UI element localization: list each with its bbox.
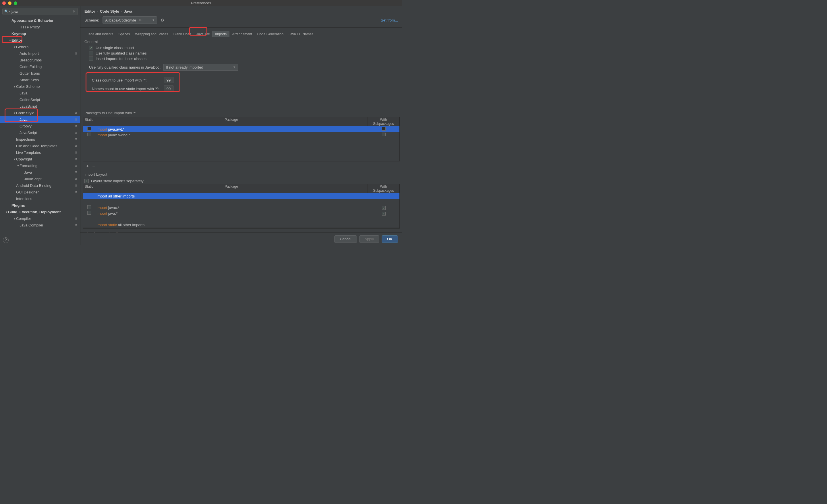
sidebar-item[interactable]: Editor <box>0 37 80 44</box>
ok-button[interactable]: OK <box>382 235 398 243</box>
sidebar-item[interactable]: Compiler⧉ <box>0 215 80 222</box>
tab[interactable]: Java EE Names <box>286 31 316 37</box>
tab[interactable]: Tabs and Indents <box>85 31 116 37</box>
tab[interactable]: JavaDoc <box>194 31 212 37</box>
titlebar: Preferences <box>0 0 402 6</box>
sidebar-item[interactable]: Java Compiler⧉ <box>0 222 80 229</box>
sidebar-item[interactable]: Gutter Icons <box>0 70 80 77</box>
sidebar-item[interactable]: Java⧉ <box>0 169 80 175</box>
table-row[interactable]: import static all other imports <box>83 222 399 228</box>
sidebar-item[interactable]: JavaScript⧉ <box>0 130 80 136</box>
checkbox-layout-static[interactable] <box>85 179 89 183</box>
checkbox-inner-classes[interactable] <box>89 57 93 61</box>
class-count-label: Class count to use import with '*': <box>92 78 164 82</box>
checkbox[interactable] <box>382 206 386 210</box>
move-up-icon[interactable]: ▲ <box>107 231 111 233</box>
table-row[interactable]: import all other imports <box>83 193 399 199</box>
sidebar-item[interactable]: Color Scheme <box>0 83 80 90</box>
checkbox[interactable] <box>382 212 386 215</box>
checkbox[interactable] <box>87 133 91 136</box>
static-count-label: Names count to use static import with '*… <box>92 87 164 91</box>
table-row[interactable]: import javax.swing.* <box>83 132 399 138</box>
checkbox[interactable] <box>382 127 386 131</box>
static-count-input[interactable] <box>164 86 174 92</box>
sidebar-item[interactable]: Code Style⧉ <box>0 110 80 116</box>
checkbox[interactable] <box>382 133 386 136</box>
table-row[interactable]: import java.* <box>83 210 399 216</box>
help-button[interactable]: ? <box>3 237 9 243</box>
packages-toolbar: + − <box>83 162 400 170</box>
sidebar-item[interactable]: Inspections⧉ <box>0 136 80 143</box>
sidebar-item[interactable]: Live Templates⧉ <box>0 149 80 156</box>
table-row[interactable]: import javax.* <box>83 205 399 210</box>
sidebar-item[interactable]: Auto Import⧉ <box>0 50 80 57</box>
copy-icon: ⧉ <box>75 131 77 135</box>
copy-icon: ⧉ <box>75 164 77 168</box>
chevron-down-icon: ▾ <box>9 10 10 13</box>
scheme-select[interactable]: Alibaba-CodeStyle IDE ▼ <box>102 16 157 24</box>
sidebar-item[interactable]: Java⧉ <box>0 116 80 123</box>
move-down-icon[interactable]: ▼ <box>115 231 119 233</box>
class-count-input[interactable] <box>164 77 174 83</box>
sidebar-item[interactable]: Groovy⧉ <box>0 123 80 130</box>
clear-icon[interactable]: ✕ <box>72 9 76 14</box>
add-icon[interactable]: + <box>86 164 89 169</box>
copy-icon: ⧉ <box>75 138 77 141</box>
set-from-link[interactable]: Set from... <box>381 18 398 22</box>
checkbox[interactable] <box>87 205 91 209</box>
sidebar-item[interactable]: Smart Keys <box>0 77 80 83</box>
sidebar-item[interactable]: Plugins <box>0 202 80 209</box>
tab[interactable]: Imports <box>212 31 230 37</box>
remove-icon[interactable]: − <box>101 231 103 233</box>
sidebar-item[interactable]: JavaScript <box>0 103 80 110</box>
tab[interactable]: Code Generation <box>255 31 286 37</box>
section-general: General <box>81 37 402 45</box>
sidebar-item[interactable]: GUI Designer⧉ <box>0 189 80 195</box>
sidebar-item[interactable]: Copyright⧉ <box>0 156 80 162</box>
table-row[interactable] <box>83 199 399 205</box>
checkbox-single-class[interactable] <box>89 46 93 50</box>
search-input[interactable] <box>11 9 72 14</box>
apply-button[interactable]: Apply <box>359 235 380 243</box>
sidebar-item[interactable]: Intentions <box>0 195 80 202</box>
layout-toolbar: +■ +ы − ▲ ▼ <box>83 229 400 233</box>
sidebar-item[interactable]: Appearance & Behavior <box>0 17 80 24</box>
copy-icon: ⧉ <box>75 223 77 227</box>
cancel-button[interactable]: Cancel <box>334 235 357 243</box>
gear-icon[interactable]: ⚙ <box>160 18 164 22</box>
copy-icon: ⧉ <box>75 118 77 121</box>
sidebar-item[interactable]: Formatting⧉ <box>0 162 80 169</box>
sidebar-item[interactable]: Java <box>0 90 80 96</box>
tab[interactable]: Wrapping and Braces <box>132 31 171 37</box>
sidebar-item[interactable]: Code Folding <box>0 63 80 70</box>
breadcrumb: Editor›Code Style›Java <box>81 6 402 15</box>
add-package-icon[interactable]: +■ <box>86 231 90 233</box>
checkbox-fq-names[interactable] <box>89 51 93 55</box>
remove-icon[interactable]: − <box>92 164 95 169</box>
tab[interactable]: Arrangement <box>230 31 254 37</box>
search-input-wrapper[interactable]: 🔍 ▾ ✕ <box>2 8 78 15</box>
checkbox[interactable] <box>87 211 91 215</box>
fq-javadoc-select[interactable]: If not already imported▼ <box>163 64 238 70</box>
sidebar-item[interactable]: HTTP Proxy <box>0 24 80 31</box>
sidebar-item[interactable]: Build, Execution, Deployment <box>0 209 80 215</box>
zoom-icon[interactable] <box>14 1 17 5</box>
checkbox[interactable] <box>87 127 91 131</box>
add-blank-icon[interactable]: +ы <box>93 231 97 233</box>
copy-icon: ⧉ <box>75 217 77 220</box>
sidebar-item[interactable]: CoffeeScript <box>0 96 80 103</box>
sidebar-item[interactable]: File and Code Templates⧉ <box>0 143 80 149</box>
sidebar-item[interactable]: Breadcrumbs <box>0 57 80 63</box>
copy-icon: ⧉ <box>75 177 77 181</box>
copy-icon: ⧉ <box>75 52 77 55</box>
sidebar-item[interactable]: JavaScript⧉ <box>0 175 80 182</box>
sidebar-item[interactable]: General <box>0 44 80 50</box>
sidebar-item[interactable]: Android Data Binding⧉ <box>0 182 80 189</box>
table-row[interactable] <box>83 216 399 222</box>
tab[interactable]: Blank Lines <box>171 31 194 37</box>
close-icon[interactable] <box>2 1 6 5</box>
table-row[interactable]: import java.awt.* <box>83 126 399 132</box>
sidebar-item[interactable]: Keymap <box>0 31 80 37</box>
minimize-icon[interactable] <box>8 1 11 5</box>
tab[interactable]: Spaces <box>116 31 132 37</box>
